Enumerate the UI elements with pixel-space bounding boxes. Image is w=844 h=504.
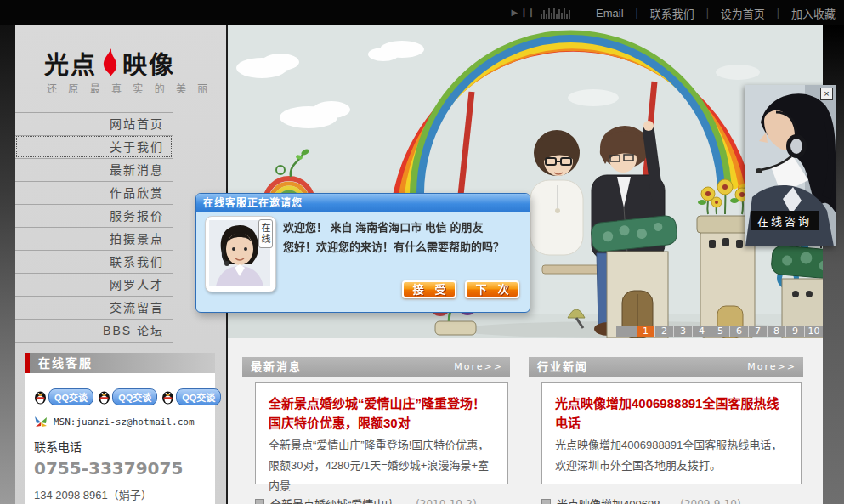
page-dot-2[interactable]: 2	[654, 326, 673, 337]
consult-panel: × 在线咨询	[745, 85, 836, 246]
news-header: 最新消息 More>>	[242, 357, 510, 377]
qq-chat-label: QQ交谈	[176, 388, 221, 405]
sidebar: 光点 映像 还 原 最 真 实 的 美 丽 网站首页 关于我们 最新消息 作品欣…	[15, 23, 226, 504]
pagination-filler	[616, 326, 637, 337]
left-margin-strip	[0, 23, 15, 504]
page-dot-3[interactable]: 3	[673, 326, 692, 337]
content-area: 最新消息 More>> 全新景点婚纱城“爱情山庄”隆重登场！国庆特价优惠，限额3…	[228, 338, 823, 504]
menu-item-pricing[interactable]: 服务报价	[15, 204, 173, 227]
more-link[interactable]: More>>	[454, 357, 510, 377]
qq-chat-button[interactable]: QQ交谈	[34, 388, 93, 405]
qq-chat-button[interactable]: QQ交谈	[98, 388, 157, 405]
page-dot-6[interactable]: 6	[729, 326, 748, 337]
bullet-icon	[541, 499, 551, 504]
news-list-item: 全新景点婚纱城“爱情山庄... (2010-10-2)	[255, 496, 510, 504]
online-service-header: 在线客服	[25, 353, 215, 373]
topnav-separator: |	[777, 7, 779, 19]
page-dot-5[interactable]: 5	[711, 326, 729, 337]
news-title[interactable]: 光点映像增加4006988891全国客服热线电话	[555, 394, 788, 433]
more-link[interactable]: More>>	[747, 357, 803, 377]
topnav-favorite[interactable]: 加入收藏	[791, 5, 836, 21]
qq-chat-label: QQ交谈	[112, 388, 157, 405]
topnav-separator: |	[636, 7, 638, 19]
qq-penguin-icon	[34, 390, 47, 405]
close-icon[interactable]: ×	[820, 88, 833, 100]
qq-chat-label: QQ交谈	[48, 388, 93, 405]
news-highlight-box: 全新景点婚纱城“爱情山庄”隆重登场！国庆特价优惠，限额30对 全新景点“爱情山庄…	[255, 382, 508, 484]
menu-item-jobs[interactable]: 网罗人才	[15, 273, 173, 296]
dialog-body: 在线 欢迎您！ 来自 海南省海口市 电信 的朋友 您好！欢迎您的来访！有什么需要…	[196, 212, 530, 312]
phone-alt-1: 134 2098 8961（娟子）	[34, 486, 207, 502]
page-dot-1[interactable]: 1	[637, 326, 654, 337]
consult-label[interactable]: 在线咨询	[751, 211, 819, 230]
page-dot-9[interactable]: 9	[785, 326, 804, 337]
news-body: 光点映像增加4006988891全国客服热线电话，欢迎深圳市外全国各地朋友拨打。	[555, 435, 788, 476]
news-header: 行业新闻 More>>	[529, 357, 803, 377]
msn-address: MSN:juanzi-sz@hotmail.com	[54, 416, 195, 428]
qq-penguin-icon	[98, 390, 110, 405]
phone-main: 0755-33379075	[34, 458, 207, 479]
page-dot-10[interactable]: 10	[804, 326, 823, 337]
news-title[interactable]: 全新景点婚纱城“爱情山庄”隆重登场！国庆特价优惠，限额30对	[269, 394, 495, 433]
qq-penguin-icon	[161, 390, 174, 405]
accept-button[interactable]: 接 受	[402, 280, 456, 298]
topnav-separator: |	[706, 7, 709, 19]
page-dot-7[interactable]: 7	[748, 326, 767, 337]
menu-item-locations[interactable]: 拍摄景点	[15, 227, 173, 250]
logo-text-left: 光点	[44, 45, 97, 81]
menu-item-news[interactable]: 最新消息	[15, 158, 173, 181]
equalizer-bars-icon	[541, 7, 570, 19]
online-status-tab: 在线	[258, 219, 273, 248]
news-body: 全新景点“爱情山庄”隆重登场!国庆特价优惠，限额30对，4280元/1天=婚纱城…	[269, 435, 495, 496]
news-header-title: 行业新闻	[537, 357, 588, 377]
news-header-title: 最新消息	[251, 357, 302, 377]
news-highlight-box: 光点映像增加4006988891全国客服热线电话 光点映像增加400698889…	[541, 382, 802, 484]
music-player: ▶ ❙❙	[512, 7, 570, 19]
menu-item-bbs[interactable]: BBS 论坛	[15, 319, 173, 343]
msn-butterfly-icon	[34, 416, 48, 428]
bullet-icon	[255, 499, 264, 504]
top-nav: ▶ ❙❙ Email | 联系我们 | 设为首页 | 加入收藏	[512, 0, 836, 25]
news-section-industry: 行业新闻 More>> 光点映像增加4006988891全国客服热线电话 光点映…	[529, 357, 803, 504]
phone-label: 联系电话	[34, 438, 207, 455]
dialog-title: 在线客服正在邀请您	[196, 194, 530, 212]
page-dot-4[interactable]: 4	[692, 326, 711, 337]
topnav-contact[interactable]: 联系我们	[650, 5, 694, 21]
qq-row: QQ交谈 QQ交谈	[34, 388, 207, 405]
menu-item-works[interactable]: 作品欣赏	[15, 181, 173, 204]
site-logo: 光点 映像	[44, 45, 175, 81]
menu-item-guestbook[interactable]: 交流留言	[15, 296, 173, 319]
dialog-line-1: 欢迎您！ 来自 海南省海口市 电信 的朋友	[283, 218, 504, 237]
news-item-text[interactable]: 全新景点婚纱城“爱情山庄...	[270, 496, 405, 504]
menu-item-home[interactable]: 网站首页	[15, 112, 173, 135]
logo-text-right: 映像	[122, 45, 175, 81]
main-menu: 网站首页 关于我们 最新消息 作品欣赏 服务报价 拍摄景点 联系我们 网罗人才 …	[15, 112, 173, 343]
invite-dialog: 在线客服正在邀请您 在线 欢迎您！ 来自 海南省海口市 电信	[195, 193, 530, 313]
topnav-email[interactable]: Email	[596, 7, 624, 20]
menu-item-about[interactable]: 关于我们	[15, 135, 173, 158]
news-item-date: (2010-10-2)	[416, 498, 476, 504]
banner-pagination: 1 2 3 4 5 6 7 8 9 10	[616, 326, 823, 337]
flame-icon	[99, 48, 120, 77]
later-button[interactable]: 下 次	[465, 280, 519, 298]
dialog-message: 欢迎您！ 来自 海南省海口市 电信 的朋友 您好！欢迎您的来访！有什么需要帮助的…	[283, 218, 504, 257]
pause-icon[interactable]: ❙❙	[520, 7, 535, 19]
bench	[542, 265, 602, 274]
online-service-box: 在线客服 QQ交谈	[25, 353, 215, 504]
news-item-date: (2009-9-10)	[680, 498, 740, 504]
play-icon[interactable]: ▶	[512, 7, 518, 19]
logo-tagline: 还 原 最 真 实 的 美 丽	[47, 81, 212, 95]
news-item-text[interactable]: 光点映像增加400698...	[557, 496, 669, 504]
page: ▶ ❙❙ Email | 联系我们 | 设为首页 | 加入收藏 光点	[0, 0, 844, 504]
menu-item-contact[interactable]: 联系我们	[15, 250, 173, 273]
news-section-latest: 最新消息 More>> 全新景点婚纱城“爱情山庄”隆重登场！国庆特价优惠，限额3…	[242, 357, 510, 504]
dialog-line-2: 您好！欢迎您的来访！有什么需要帮助的吗？	[283, 237, 504, 257]
page-dot-8[interactable]: 8	[767, 326, 785, 337]
top-bar: ▶ ❙❙ Email | 联系我们 | 设为首页 | 加入收藏	[0, 0, 844, 25]
agent-avatar: 在线	[205, 216, 276, 292]
msn-link[interactable]: MSN:juanzi-sz@hotmail.com	[34, 416, 207, 428]
news-list-item: 光点映像增加400698... (2009-9-10)	[541, 496, 803, 504]
qq-chat-button[interactable]: QQ交谈	[161, 388, 221, 405]
online-service-body: QQ交谈 QQ交谈	[25, 373, 215, 504]
topnav-set-home[interactable]: 设为首页	[721, 5, 765, 21]
